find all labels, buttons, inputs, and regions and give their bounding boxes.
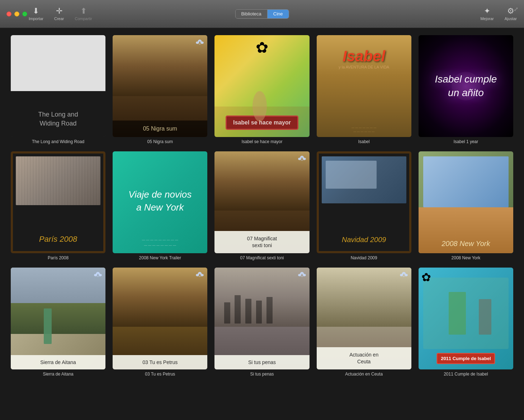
movie-title: 2008 New York Trailer [139, 255, 181, 260]
movie-thumbnail: ✿ Isabel se hace mayor [214, 35, 309, 137]
movie-thumbnail: The Long andWiding Road [11, 35, 105, 137]
cloud-upload-icon [399, 270, 409, 280]
thumb-text: 03 Tu es Petrus [113, 355, 207, 369]
toolbar-center: Biblioteca Cine [235, 9, 289, 19]
list-item[interactable]: Isabel cumpleun añito Isabel 1 year [419, 35, 513, 144]
movie-title: 2008 New York [452, 255, 481, 260]
share-icon: ⬆ [80, 7, 87, 15]
view-toggle: Biblioteca Cine [235, 9, 289, 19]
movie-title: 03 Tu es Petrus [145, 372, 175, 377]
movie-thumbnail: Sierra de Aitana [11, 268, 105, 369]
cine-tab[interactable]: Cine [268, 10, 289, 18]
thumb-text: Viaje de noviosa New York [124, 188, 195, 214]
list-item[interactable]: Isabel y la AVENTURA DE LA VIDA — — — — … [317, 35, 411, 144]
movie-thumbnail: Isabel y la AVENTURA DE LA VIDA — — — — … [317, 35, 411, 137]
share-button[interactable]: ⬆ Compartir [75, 7, 92, 21]
movie-title: 07 Magnificat sexti toni [240, 255, 284, 260]
toolbar-left: ⬇ Importar ✛ Crear ⬆ Compartir [29, 7, 92, 21]
movie-title: Isabel [358, 139, 370, 144]
cloud-upload-icon [93, 270, 103, 280]
thumb-text: 2011 Cumple de Isabel [436, 353, 495, 364]
movie-title: Navidad 2009 [351, 255, 377, 260]
thumb-text: Si tus penas [214, 355, 309, 369]
list-item[interactable]: Sierra de Aitana Sierra de Aitana [11, 268, 105, 377]
cloud-upload-icon [195, 38, 204, 47]
minimize-button[interactable] [14, 11, 19, 16]
thumb-credits: — — — — — — —— — — — — — [317, 126, 411, 133]
movie-thumbnail: 03 Tu es Petrus [113, 268, 207, 369]
list-item[interactable]: 05 Nigra sum 05 Nigra sum [113, 35, 207, 144]
list-item[interactable]: Si tus penas Si tus penas [214, 268, 309, 377]
movie-thumbnail: Actuación enCeuta [317, 268, 411, 369]
thumb-text: Navidad 2009 [319, 236, 409, 244]
import-icon: ⬇ [33, 7, 39, 15]
thumb-credits: — — — — — — — — —— — — — — — — — [113, 237, 207, 248]
movie-thumbnail: 05 Nigra sum [113, 35, 207, 137]
close-button[interactable] [6, 11, 11, 16]
list-item[interactable]: 03 Tu es Petrus 03 Tu es Petrus [113, 268, 207, 377]
movie-thumbnail: 2008 New York [419, 151, 513, 253]
movie-title: París 2008 [48, 255, 69, 260]
mejorar-button[interactable]: ✦ Mejorar [480, 7, 494, 21]
list-item[interactable]: Navidad 2009 Navidad 2009 [317, 151, 411, 260]
biblioteca-tab[interactable]: Biblioteca [235, 10, 267, 18]
thumb-text: Isabel cumpleun añito [428, 72, 504, 100]
traffic-lights [6, 11, 27, 16]
movie-title: Sierra de Aitana [43, 372, 73, 377]
import-label: Importar [29, 16, 43, 21]
mejorar-icon: ✦ [484, 7, 490, 15]
movie-thumbnail: Si tus penas [214, 268, 309, 369]
thumb-text: The Long andWiding Road [11, 110, 105, 128]
thumb-text: 2008 New York [419, 240, 513, 248]
thumb-title: Isabel [317, 48, 411, 65]
cloud-upload-icon [297, 270, 307, 280]
resize-button[interactable]: ⤢ [514, 6, 518, 13]
list-item[interactable]: Viaje de noviosa New York — — — — — — — … [113, 151, 207, 260]
thumb-text: 07 Magnificatsexti toni [214, 231, 309, 253]
list-item[interactable]: Actuación enCeuta Actuación en Ceuta [317, 268, 411, 377]
movie-thumbnail: Viaje de noviosa New York — — — — — — — … [113, 151, 207, 253]
titlebar: ⬇ Importar ✛ Crear ⬆ Compartir Bibliotec… [0, 0, 524, 28]
movie-title: Actuación en Ceuta [345, 372, 383, 377]
movie-title: Isabel 1 year [454, 139, 478, 144]
list-item[interactable]: The Long andWiding Road The Long and Wid… [11, 35, 105, 144]
cloud-upload-icon [297, 154, 307, 164]
flower-decoration: ✿ [421, 270, 431, 284]
thumb-text: 05 Nigra sum [113, 121, 207, 137]
movie-title: The Long and Widing Road [32, 139, 84, 144]
mejorar-label: Mejorar [480, 16, 494, 21]
movie-thumbnail: ✿ 2011 Cumple de Isabel [419, 268, 513, 369]
list-item[interactable]: París 2008 París 2008 [11, 151, 105, 260]
ajustar-icon: ⚙ [507, 7, 514, 15]
list-item[interactable]: ✿ Isabel se hace mayor Isabel se hace ma… [214, 35, 309, 144]
list-item[interactable]: 07 Magnificatsexti toni 07 Magnificat se… [214, 151, 309, 260]
movie-title: Isabel se hace mayor [241, 139, 282, 144]
import-button[interactable]: ⬇ Importar [29, 7, 43, 21]
maximize-button[interactable] [22, 11, 27, 16]
toolbar-right: ✦ Mejorar ⚙ Ajustar [480, 7, 517, 21]
thumb-subtitle: y la AVENTURA DE LA VIDA [317, 65, 411, 70]
thumb-text: Sierra de Aitana [11, 355, 105, 369]
flower-decoration: ✿ [256, 39, 268, 56]
main-content: The Long andWiding Road The Long and Wid… [0, 28, 524, 420]
create-icon: ✛ [56, 7, 62, 15]
thumb-text: París 2008 [13, 235, 103, 244]
movie-thumbnail: 07 Magnificatsexti toni [214, 151, 309, 253]
create-label: Crear [54, 16, 64, 21]
cloud-upload-icon [195, 270, 204, 280]
movie-grid: The Long andWiding Road The Long and Wid… [11, 35, 513, 377]
ajustar-label: Ajustar [505, 16, 517, 21]
movie-title: 2011 Cumple de Isabel [444, 372, 488, 377]
movie-thumbnail: Navidad 2009 [317, 151, 411, 253]
list-item[interactable]: ✿ 2011 Cumple de Isabel 2011 Cumple de I… [419, 268, 513, 377]
movie-thumbnail: París 2008 [11, 151, 105, 253]
create-button[interactable]: ✛ Crear [54, 7, 64, 21]
movie-title: 05 Nigra sum [147, 139, 173, 144]
list-item[interactable]: 2008 New York 2008 New York [419, 151, 513, 260]
thumb-text: Actuación enCeuta [317, 347, 411, 369]
movie-thumbnail: Isabel cumpleun añito [419, 35, 513, 137]
share-label: Compartir [75, 16, 92, 21]
movie-title: Si tus penas [250, 372, 274, 377]
